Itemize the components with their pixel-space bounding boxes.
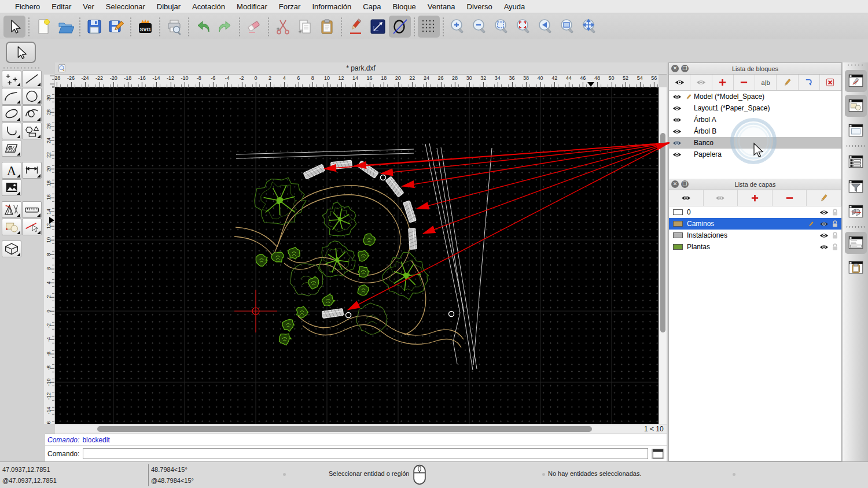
zoom-selection-button[interactable] [513,16,535,38]
menu-modificar[interactable]: Modificar [231,0,273,13]
eye-icon[interactable] [819,244,829,250]
lock-icon[interactable] [832,208,838,216]
hide-layer-button[interactable] [704,190,738,206]
undock-icon[interactable]: ❐ [681,65,689,72]
edit-layer-button[interactable] [807,190,841,206]
remove-layer-button[interactable] [773,190,807,206]
show-block-button[interactable] [669,75,690,90]
shape-tool[interactable] [22,123,42,139]
menu-forzar[interactable]: Forzar [273,0,307,13]
menu-editar[interactable]: Editar [46,0,77,13]
rename-block-button[interactable]: a|b [755,75,777,90]
solid-tool[interactable] [2,241,21,257]
layer-color-swatch[interactable] [673,232,683,238]
zoom-in-button[interactable] [447,16,469,38]
layer-row-0[interactable]: 0 [669,206,841,218]
lock-icon[interactable] [832,220,838,228]
block-row-papelera[interactable]: Papelera [669,149,841,160]
redo-button[interactable] [214,16,236,38]
eraser-button[interactable] [243,16,265,38]
zoom-window-button[interactable] [557,16,579,38]
drawing-canvas[interactable] [55,87,659,424]
hatch-tool[interactable] [2,140,21,157]
block-list-titlebar[interactable]: ✕ ❐ Lista de bloques [669,63,841,75]
layer-list-titlebar[interactable]: ✕ ❐ Lista de capas [669,179,841,190]
layer-color-swatch[interactable] [673,244,683,250]
svg-export-button[interactable]: SVG [134,16,156,38]
selection-pointer-button[interactable] [3,16,25,38]
eye-icon[interactable] [671,117,683,123]
lock-icon[interactable] [832,231,838,239]
menu-bloque[interactable]: Bloque [387,0,421,13]
layer-color-swatch[interactable] [673,221,683,227]
menu-ver[interactable]: Ver [77,0,100,13]
eye-icon[interactable] [671,94,683,100]
edit-pencil-button[interactable] [345,16,367,38]
render-preview-panel-button[interactable] [845,201,867,223]
eye-icon[interactable] [819,209,829,216]
eye-icon[interactable] [671,151,683,158]
layer-color-swatch[interactable] [673,209,683,215]
save-as-button[interactable] [105,16,127,38]
close-icon[interactable]: ✕ [671,180,679,188]
selection-filter-panel-button[interactable] [845,176,867,198]
layer-row-plantas[interactable]: Plantas [669,241,841,253]
measure-tool[interactable] [22,201,42,218]
horizontal-scroll-thumb[interactable] [97,426,592,432]
eye-icon[interactable] [671,128,683,135]
show-layer-button[interactable] [669,190,704,206]
arc-tool[interactable] [2,88,21,105]
add-block-button[interactable] [712,75,734,90]
menu-ventana[interactable]: Ventana [422,0,461,13]
add-layer-button[interactable] [738,190,773,206]
menu-dibujar[interactable]: Dibujar [151,0,186,13]
menu-diverso[interactable]: Diverso [461,0,498,13]
point-tool[interactable] [2,71,21,87]
snap-grid-button[interactable] [418,16,440,38]
lock-icon[interactable] [832,243,838,251]
menu-acotacion[interactable]: Acotación [186,0,231,13]
layer-list-panel-button[interactable] [845,151,867,173]
remove-block-button[interactable] [734,75,755,90]
hide-block-button[interactable] [690,75,712,90]
zoom-out-button[interactable] [469,16,491,38]
zoom-previous-button[interactable] [535,16,557,38]
command-line-panel-button[interactable] [845,232,867,254]
eye-icon[interactable] [671,105,683,112]
image-tool[interactable] [2,179,21,196]
insert-block-button[interactable] [799,75,820,90]
block-row-banco[interactable]: Banco [669,137,841,149]
property-editor-panel-button[interactable] [845,70,867,92]
undo-button[interactable] [192,16,214,38]
palette-handle[interactable] [2,66,41,69]
block-row-model-model-space[interactable]: Model (*Model_Space) [669,91,841,102]
clipboard-panel-panel-button[interactable] [845,257,867,279]
layer-row-caminos[interactable]: Caminos [669,218,841,230]
eye-icon[interactable] [819,221,829,227]
menu-seleccionar[interactable]: Seleccionar [100,0,151,13]
canvas-vertical-scrollbar[interactable] [659,87,667,424]
circle-tool[interactable] [22,88,42,105]
canvas-horizontal-scrollbar[interactable]: 1 < 10 [55,424,667,434]
spline-tool[interactable] [22,105,42,122]
block-tool[interactable] [2,219,21,235]
block-row-a-rbol-b[interactable]: Árbol B [669,125,841,137]
menu-capa[interactable]: Capa [357,0,387,13]
eye-icon[interactable] [819,232,829,239]
selection-pointer-tool[interactable] [6,42,36,63]
strip-handle[interactable] [847,64,865,67]
drafting-tool[interactable] [2,201,21,218]
dimension-tool[interactable] [22,162,42,179]
eye-icon[interactable] [671,140,683,146]
block-row-a-rbol-a[interactable]: Árbol A [669,114,841,125]
edit-block-button[interactable] [777,75,798,90]
open-file-button[interactable] [54,16,76,38]
ellipse-tool[interactable] [2,105,21,122]
paste-button[interactable] [316,16,338,38]
print-preview-button[interactable] [163,16,185,38]
close-icon[interactable]: ✕ [671,65,679,72]
zoom-auto-button[interactable] [491,16,513,38]
menu-fichero[interactable]: Fichero [9,0,46,13]
layer-row-instalaciones[interactable]: Instalaciones [669,230,841,241]
block-row-layout1-paper-space[interactable]: Layout1 (*Paper_Space) [669,102,841,114]
